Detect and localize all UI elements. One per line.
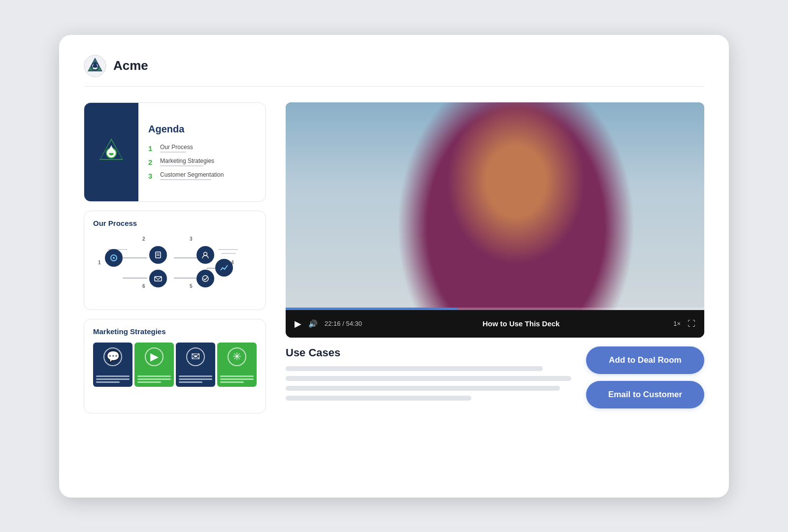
video-controls: ▶ 🔊 22:16 / 54:30 How to Use This Deck 1…	[286, 310, 704, 338]
action-buttons: Add to Deal Room Email to Customer	[586, 346, 704, 408]
play-button[interactable]: ▶	[295, 318, 301, 329]
process-node-4	[215, 259, 233, 277]
use-cases-line-1	[286, 366, 543, 371]
asterisk-icon: ✳	[228, 347, 246, 366]
process-node-5	[197, 270, 214, 287]
main-content: Agenda 1 Our Process 2 Marketing Strate	[84, 102, 704, 413]
agenda-item-3: 3 Customer Segmentation	[148, 171, 256, 180]
agenda-logo-icon	[96, 136, 127, 168]
process-node-2	[149, 246, 167, 264]
node-label-5: 5	[190, 283, 193, 289]
process-slide-title: Our Process	[93, 219, 257, 227]
agenda-text-1: Our Process	[160, 144, 193, 151]
time-total: 54:30	[346, 320, 362, 327]
agenda-num-2: 2	[148, 158, 156, 166]
node-label-2: 2	[142, 236, 145, 242]
time-current: 22:16	[325, 320, 341, 327]
agenda-slide-card[interactable]: Agenda 1 Our Process 2 Marketing Strate	[84, 102, 266, 202]
marketing-card-4: ✳	[217, 343, 257, 387]
acme-logo-icon	[84, 55, 106, 77]
video-player[interactable]: ▶ 🔊 22:16 / 54:30 How to Use This Deck 1…	[286, 102, 704, 338]
node-label-6: 6	[142, 283, 145, 289]
speed-button[interactable]: 1×	[673, 320, 681, 327]
marketing-lines-4	[220, 376, 254, 383]
right-panel: ▶ 🔊 22:16 / 54:30 How to Use This Deck 1…	[286, 102, 704, 413]
fullscreen-button[interactable]: ⛶	[688, 319, 695, 328]
use-cases-line-2	[286, 376, 571, 381]
progress-bar-container[interactable]	[286, 308, 704, 310]
line-2-3	[174, 257, 199, 258]
person-silhouette	[286, 102, 704, 310]
app-window: Acme Agenda	[59, 35, 729, 498]
chat-icon: 💬	[103, 347, 122, 366]
agenda-text-3: Customer Segmentation	[160, 171, 224, 178]
marketing-slide-card[interactable]: Marketing Strategies 💬 ▶	[84, 319, 266, 413]
agenda-line-2	[160, 165, 203, 166]
line-5-6	[123, 278, 147, 279]
node-label-1: 1	[98, 260, 101, 265]
left-panel: Agenda 1 Our Process 2 Marketing Strate	[84, 102, 266, 413]
svg-point-17	[202, 276, 208, 282]
marketing-card-3: ✉	[176, 343, 215, 387]
marketing-lines-2	[137, 376, 171, 383]
agenda-line-1	[160, 152, 186, 153]
email-to-customer-button[interactable]: Email to Customer	[586, 381, 704, 408]
progress-bar-fill	[286, 308, 458, 310]
process-slide-content: Our Process 1 2 3 4 5 6	[84, 211, 265, 310]
process-node-6	[149, 270, 167, 287]
use-cases-text-lines	[286, 366, 571, 401]
add-to-deal-room-button[interactable]: Add to Deal Room	[586, 346, 704, 374]
video-title: How to Use This Deck	[376, 319, 666, 328]
dash-right-1	[218, 249, 238, 250]
use-cases-line-3	[286, 386, 560, 391]
svg-rect-13	[156, 252, 161, 258]
agenda-slide-left	[84, 103, 138, 201]
marketing-slide-content: Marketing Strategies 💬 ▶	[84, 319, 265, 413]
use-cases-line-4	[286, 396, 471, 401]
marketing-grid: 💬 ▶	[93, 343, 257, 387]
video-thumbnail	[286, 102, 704, 310]
dash-right-2	[221, 253, 236, 254]
marketing-slide-title: Marketing Strategies	[93, 327, 257, 336]
email-icon: ✉	[186, 347, 205, 366]
play-icon: ▶	[145, 347, 164, 366]
bottom-section: Use Cases Add to Deal Room Email to Cust…	[286, 346, 704, 408]
header: Acme	[84, 55, 704, 87]
svg-point-12	[113, 257, 115, 259]
time-display: 22:16 / 54:30	[325, 320, 369, 327]
agenda-line-3	[160, 179, 211, 180]
marketing-lines-3	[179, 376, 212, 383]
node-label-3: 3	[190, 236, 193, 242]
process-node-1	[105, 249, 123, 267]
process-node-3	[197, 246, 214, 264]
agenda-slide-title: Agenda	[148, 124, 256, 135]
line-4-5	[174, 278, 199, 279]
agenda-slide-right: Agenda 1 Our Process 2 Marketing Strate	[138, 103, 265, 201]
process-diagram: 1 2 3 4 5 6	[93, 234, 257, 298]
volume-button[interactable]: 🔊	[308, 319, 318, 328]
agenda-item-1: 1 Our Process	[148, 144, 256, 153]
agenda-num-1: 1	[148, 144, 156, 153]
agenda-num-3: 3	[148, 172, 156, 180]
agenda-item-2: 2 Marketing Strategies	[148, 157, 256, 166]
use-cases-title: Use Cases	[286, 346, 571, 359]
marketing-card-1: 💬	[93, 343, 132, 387]
app-title: Acme	[113, 58, 148, 73]
marketing-card-2: ▶	[134, 343, 174, 387]
marketing-lines-1	[96, 376, 130, 383]
use-cases-section: Use Cases	[286, 346, 571, 401]
line-1-2	[123, 257, 147, 258]
agenda-text-2: Marketing Strategies	[160, 157, 214, 164]
process-slide-card[interactable]: Our Process 1 2 3 4 5 6	[84, 211, 266, 310]
